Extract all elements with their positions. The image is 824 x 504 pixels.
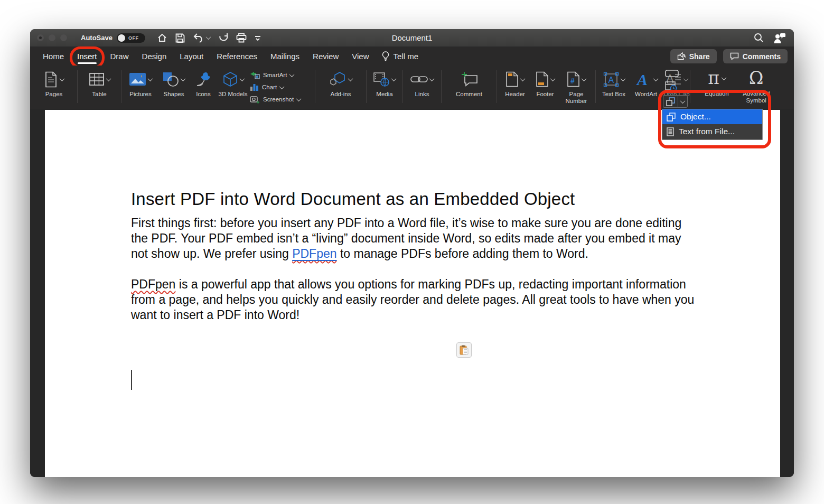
cube-3d-icon [222,71,238,88]
svg-text:A: A [636,71,648,87]
table-button[interactable]: Table [80,66,118,98]
traffic-lights [30,34,67,41]
chevron-down-icon [582,76,587,81]
ribbon-tabs: Home Insert Draw Design Layout Reference… [30,47,794,66]
zoom-window-button[interactable] [60,34,67,41]
object-menu-icon [667,113,676,122]
icons-button[interactable]: Icons [191,66,216,98]
duck-icon [195,71,211,87]
text-box-button[interactable]: A Text Box [598,66,629,98]
new-comment-icon [460,71,478,87]
home-icon[interactable] [157,33,167,43]
media-button[interactable]: Media [369,66,400,98]
tab-home[interactable]: Home [43,47,64,66]
chevron-down-icon [279,84,285,89]
lightbulb-icon [382,51,389,61]
svg-text:#: # [570,77,575,85]
paragraph-1: First things first: before you insert an… [131,216,699,262]
menu-item-object[interactable]: Object... [662,109,762,124]
smartart-button[interactable]: SmartArt [250,70,312,80]
equation-pi-icon: π [708,68,719,89]
minimize-window-button[interactable] [49,34,55,41]
share-icon [677,52,686,60]
tab-draw[interactable]: Draw [110,47,129,66]
search-icon[interactable] [754,33,764,43]
tab-view[interactable]: View [352,47,369,66]
advanced-symbol-button[interactable]: Ω Advanced Symbol [734,66,779,104]
chevron-down-icon [391,76,397,81]
desktop: AutoSave OFF [0,0,824,504]
footer-button[interactable]: Footer [531,66,559,98]
wordart-button[interactable]: A WordArt [630,66,662,98]
chevron-down-icon [721,75,726,80]
frame-button[interactable] [663,68,688,78]
pages-icon [44,71,58,88]
titlebar: AutoSave OFF [30,29,794,47]
text-file-icon [667,127,674,136]
autosave-toggle[interactable]: OFF [117,33,145,43]
account-icon[interactable] [773,32,786,44]
ribbon: Pages Table [30,66,794,109]
shapes-icon [163,72,179,87]
table-icon [89,72,105,87]
toolbar-options-icon[interactable] [255,35,261,41]
svg-text:A: A [608,76,614,85]
share-button[interactable]: Share [670,49,717,63]
tab-review[interactable]: Review [313,47,339,66]
add-ins-icon [330,71,347,87]
chevron-down-icon [620,76,625,81]
screenshot-button[interactable]: Screenshot [250,94,312,105]
date-time-icon [665,80,678,92]
equation-button[interactable]: π Equation [705,66,728,104]
chevron-down-icon [289,72,295,77]
page-number-button[interactable]: # Page Number [560,66,593,104]
chevron-down-icon [148,76,153,81]
print-icon[interactable] [236,33,247,43]
links-button[interactable]: Links [406,66,438,98]
tab-tell-me[interactable]: Tell me [382,51,418,61]
chevron-down-icon [181,76,186,81]
save-icon[interactable] [175,33,185,43]
tab-mailings[interactable]: Mailings [270,47,299,66]
chart-icon [250,83,259,91]
tab-references[interactable]: References [217,47,257,66]
pdfpen-link[interactable]: PDFpen [292,247,336,260]
redo-icon[interactable] [218,33,228,43]
close-window-button[interactable] [37,34,44,41]
object-menu-chevron[interactable] [678,95,688,108]
chevron-down-icon [520,76,526,81]
media-icon [373,72,390,87]
links-icon [410,74,428,84]
shapes-button[interactable]: Shapes [158,66,190,98]
comments-button[interactable]: Comments [723,49,788,63]
pictures-icon [129,72,146,86]
comment-bubble-icon [730,52,739,60]
add-ins-button[interactable]: Add-ins [318,66,363,98]
frame-icon [665,70,679,77]
object-icon[interactable] [663,95,678,108]
autosave-label: AutoSave [81,34,113,42]
autosave-toggle-knob [118,34,125,42]
pictures-button[interactable]: Pictures [124,66,157,98]
menu-item-text-from-file[interactable]: Text from File... [662,124,762,139]
document-heading: Insert PDF into Word Document as an Embe… [131,188,699,210]
chevron-down-icon [239,76,245,81]
page-number-icon: # [567,71,580,87]
footer-icon [536,71,549,87]
document-page[interactable]: Insert PDF into Word Document as an Embe… [45,110,780,477]
omega-symbol-icon: Ω [749,68,763,89]
pages-button[interactable]: Pages [33,66,74,98]
comment-button[interactable]: Comment [444,66,494,98]
3d-models-button[interactable]: 3D Models [217,66,249,98]
object-dropdown-menu: Object... Text from File... [662,109,763,140]
paste-options-button[interactable] [456,342,472,358]
tab-layout[interactable]: Layout [180,47,203,66]
chart-button[interactable]: Chart [250,82,312,92]
date-time-button[interactable] [663,79,688,93]
object-split-button[interactable] [663,95,688,108]
chevron-down-icon [296,96,302,101]
undo-icon[interactable] [193,33,210,43]
tab-design[interactable]: Design [142,47,167,66]
tab-insert[interactable]: Insert [77,47,97,66]
header-button[interactable]: Header [500,66,530,98]
